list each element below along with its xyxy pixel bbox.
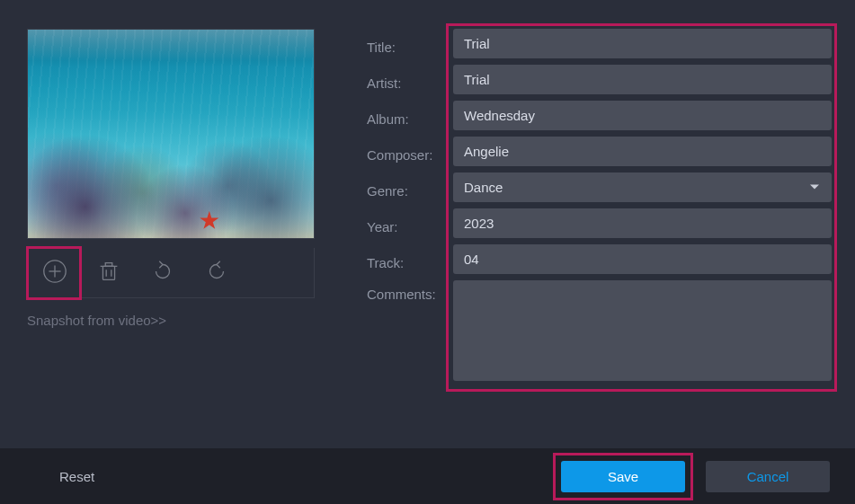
svg-rect-3 <box>102 266 114 279</box>
trash-icon <box>95 258 122 287</box>
composer-input[interactable] <box>453 137 832 166</box>
track-input[interactable] <box>453 244 832 274</box>
rotate-left-icon <box>149 258 176 287</box>
cancel-button[interactable]: Cancel <box>706 461 830 492</box>
artist-input[interactable] <box>453 65 832 94</box>
left-panel: Snapshot from video>> <box>27 29 315 387</box>
comments-textarea[interactable] <box>453 280 832 381</box>
title-label: Title: <box>367 33 453 55</box>
rotate-left-button[interactable] <box>136 248 190 298</box>
metadata-form: Title: Artist: Album: Composer: Genre: Y <box>367 29 832 387</box>
genre-select[interactable] <box>453 172 832 202</box>
cover-thumbnail[interactable] <box>27 29 315 239</box>
genre-label: Genre: <box>367 177 453 199</box>
comments-label: Comments: <box>367 280 453 302</box>
svg-rect-7 <box>105 263 112 267</box>
artist-label: Artist: <box>367 69 453 91</box>
snapshot-from-video-link[interactable]: Snapshot from video>> <box>27 313 315 328</box>
footer-bar: Reset Save Cancel <box>0 448 855 504</box>
rotate-right-button[interactable] <box>190 248 244 298</box>
composer-label: Composer: <box>367 141 453 163</box>
year-label: Year: <box>367 213 453 234</box>
save-button[interactable]: Save <box>561 461 685 492</box>
album-label: Album: <box>367 105 453 127</box>
album-input[interactable] <box>453 101 832 130</box>
add-button[interactable] <box>28 248 82 298</box>
title-input[interactable] <box>453 29 832 58</box>
plus-circle-icon <box>41 258 68 287</box>
reset-button[interactable]: Reset <box>34 462 120 491</box>
delete-button[interactable] <box>82 248 136 298</box>
year-input[interactable] <box>453 208 832 238</box>
highlight-save-button: Save <box>553 453 693 500</box>
thumbnail-toolbar <box>27 248 315 298</box>
rotate-right-icon <box>203 258 230 287</box>
track-label: Track: <box>367 249 453 270</box>
